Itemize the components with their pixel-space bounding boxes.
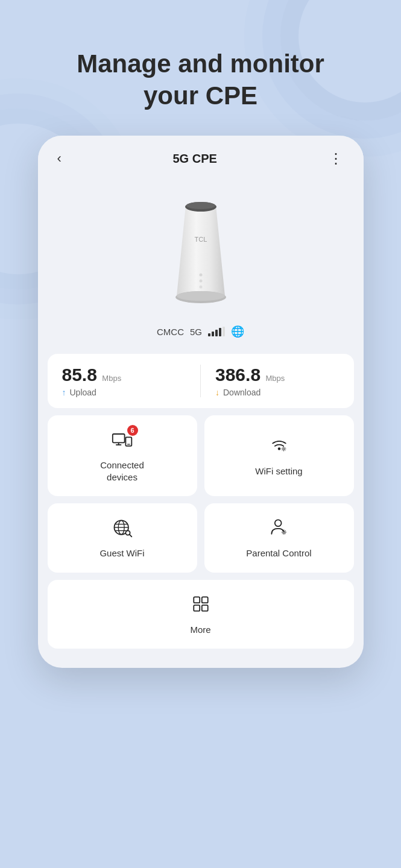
upload-value: 85.8 [62, 365, 97, 385]
carrier-label: CMCC [157, 327, 184, 337]
parental-control-label: Parental Control [246, 547, 311, 559]
upload-label: Upload [70, 388, 96, 397]
speed-panel: 85.8 Mbps ↑ Upload 386.8 Mbps ↓ Download [48, 354, 354, 408]
hero-title-line1: Manage and monitor [77, 49, 324, 78]
signal-bar-1 [208, 333, 210, 336]
device-area: TCL CMCC 5G [38, 175, 364, 354]
hero-section: Manage and monitor your CPE [0, 0, 401, 136]
network-label: 5G [190, 327, 202, 337]
connected-devices-badge: 6 [127, 425, 138, 436]
svg-point-14 [283, 448, 285, 450]
svg-rect-8 [112, 434, 124, 442]
connected-devices-card[interactable]: 6 Connecteddevices [48, 415, 197, 496]
download-label: Download [223, 388, 260, 397]
svg-rect-25 [201, 597, 207, 603]
upload-value-row: 85.8 Mbps [62, 365, 186, 385]
download-arrow-icon: ↓ [215, 388, 219, 397]
parental-control-card[interactable]: Parental Control [204, 503, 354, 573]
signal-bars [208, 327, 225, 336]
upload-unit: Mbps [102, 374, 121, 383]
person-gear-icon [268, 517, 290, 541]
globe-search-icon [112, 517, 133, 541]
svg-point-7 [177, 291, 225, 301]
svg-point-23 [283, 531, 285, 533]
download-speed: 386.8 Mbps ↓ Download [215, 365, 339, 397]
wifi-setting-card[interactable]: WiFi setting [204, 415, 354, 496]
svg-point-22 [274, 520, 281, 526]
phone-bottom-padding [38, 656, 364, 668]
more-card[interactable]: More [48, 580, 354, 649]
status-bar: CMCC 5G 🌐 [157, 325, 244, 338]
devices-icon: 6 [112, 429, 133, 453]
globe-icon: 🌐 [231, 325, 244, 338]
more-menu-button[interactable]: ⋮ [324, 148, 349, 169]
svg-point-3 [199, 274, 202, 277]
router-image: TCL [147, 187, 255, 320]
phone-container: ‹ 5G CPE ⋮ [0, 136, 401, 668]
phone-title: 5G CPE [172, 152, 216, 166]
upload-label-row: ↑ Upload [62, 388, 186, 397]
svg-point-4 [199, 280, 202, 283]
download-value-row: 386.8 Mbps [215, 365, 339, 385]
download-value: 386.8 [215, 365, 260, 385]
svg-point-1 [186, 202, 215, 209]
svg-line-21 [129, 535, 131, 537]
signal-bar-2 [212, 332, 214, 336]
svg-rect-26 [194, 605, 200, 611]
wifi-gear-icon [268, 435, 290, 459]
svg-point-13 [277, 447, 280, 450]
signal-bar-3 [215, 330, 218, 336]
grid-four-icon [190, 593, 212, 618]
upload-speed: 85.8 Mbps ↑ Upload [62, 365, 201, 397]
wifi-setting-label: WiFi setting [255, 465, 302, 477]
svg-text:TCL: TCL [194, 236, 207, 243]
guest-wifi-card[interactable]: Guest WiFi [48, 503, 197, 573]
signal-bar-4 [219, 328, 221, 336]
signal-bar-5 [223, 327, 225, 336]
guest-wifi-label: Guest WiFi [99, 547, 144, 559]
download-label-row: ↓ Download [215, 388, 339, 397]
back-button[interactable]: ‹ [52, 148, 66, 169]
svg-point-5 [199, 286, 202, 289]
more-label: More [190, 624, 210, 636]
download-unit: Mbps [266, 374, 285, 383]
upload-arrow-icon: ↑ [62, 388, 66, 397]
phone-header: ‹ 5G CPE ⋮ [38, 136, 364, 175]
phone-frame: ‹ 5G CPE ⋮ [38, 136, 364, 668]
svg-rect-24 [194, 597, 200, 603]
connected-devices-label: Connecteddevices [100, 459, 144, 483]
hero-title-line2: your CPE [144, 81, 257, 110]
grid-panel: 6 Connecteddevices [48, 415, 354, 649]
hero-title: Manage and monitor your CPE [0, 48, 401, 112]
svg-rect-27 [201, 605, 207, 611]
